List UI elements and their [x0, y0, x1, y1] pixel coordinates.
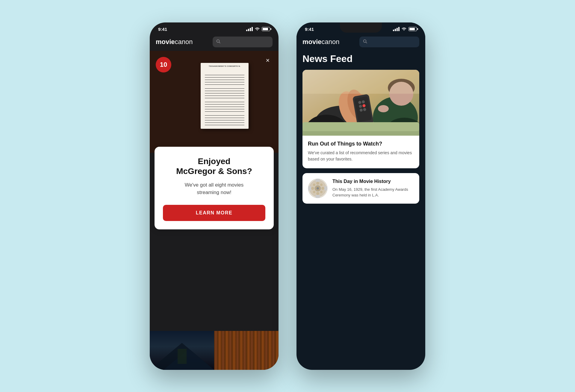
svg-point-41: [320, 184, 323, 186]
svg-point-39: [311, 187, 314, 190]
status-icons-2: [393, 27, 417, 31]
search-bar-2[interactable]: [359, 37, 419, 47]
svg-point-36: [317, 187, 319, 190]
app-logo-1: moviecanon: [156, 38, 193, 46]
svg-rect-28: [302, 70, 419, 94]
signal-icon-2: [393, 27, 400, 31]
phone-1: 9:41 moviecanon: [150, 22, 279, 370]
news-card-small[interactable]: This Day in Movie History On May 16, 192…: [302, 173, 419, 204]
status-time-2: 9:41: [305, 27, 314, 32]
badge-count: 10: [160, 61, 167, 69]
search-bar-1[interactable]: [213, 37, 273, 47]
logo-light-2: canon: [322, 38, 340, 46]
thumbnail-row: [150, 331, 279, 370]
svg-point-42: [313, 191, 315, 193]
svg-rect-32: [324, 186, 327, 190]
svg-point-23: [378, 105, 389, 112]
news-feed-content: News Feed: [296, 51, 425, 204]
wifi-icon-2: [401, 27, 407, 31]
svg-point-38: [316, 192, 319, 195]
logo-light-1: canon: [175, 38, 193, 46]
thumb-curtain: [214, 331, 279, 370]
news-card-1-text: Run Out of Things to Watch? We've curate…: [302, 136, 419, 168]
app-header-1: moviecanon: [150, 34, 279, 51]
thumb-mountain: [150, 331, 214, 370]
learn-more-button[interactable]: LEARN MORE: [163, 205, 265, 221]
app-header-2: moviecanon: [296, 34, 425, 51]
logo-bold-2: movie: [302, 38, 322, 46]
close-button[interactable]: ×: [263, 56, 273, 65]
svg-rect-27: [302, 122, 419, 131]
svg-point-44: [320, 191, 323, 193]
svg-rect-33: [316, 179, 320, 182]
news-card-2-text: This Day in Movie History On May 16, 192…: [332, 178, 414, 198]
app-logo-2: moviecanon: [302, 38, 340, 46]
svg-rect-34: [316, 195, 320, 198]
svg-line-5: [366, 42, 367, 43]
film-reel-icon: [307, 178, 328, 199]
modal-title: EnjoyedMcGregor & Sons?: [163, 156, 265, 176]
battery-icon-2: [408, 27, 417, 31]
news-card-1-body: We've curated a list of recommended seri…: [308, 150, 414, 162]
signal-icon-1: [246, 27, 253, 31]
news-card-1-title: Run Out of Things to Watch?: [308, 140, 414, 147]
news-card-2-body: On May 16, 1929, the first Academy Award…: [332, 187, 414, 198]
svg-point-37: [316, 182, 319, 185]
modal-card: EnjoyedMcGregor & Sons? We've got all ei…: [155, 147, 274, 229]
svg-point-40: [321, 187, 324, 190]
status-time-1: 9:41: [158, 27, 167, 32]
news-feed-title: News Feed: [302, 51, 419, 70]
svg-line-1: [219, 42, 220, 43]
logo-bold-1: movie: [156, 38, 175, 46]
hero-image-1: TSCHAIKOWSKY'S CONCERTO N.: [150, 51, 279, 153]
news-card-2-title: This Day in Movie History: [332, 178, 414, 185]
phone-2: 9:41 moviecanon: [296, 22, 425, 370]
svg-point-43: [313, 184, 315, 186]
status-icons-1: [246, 27, 270, 31]
search-icon-2: [363, 39, 367, 44]
news-card-image: [302, 70, 419, 136]
sheet-music-prop: TSCHAIKOWSKY'S CONCERTO N.: [201, 63, 249, 129]
svg-rect-31: [308, 186, 311, 190]
notification-badge: 10: [156, 57, 171, 72]
status-bar-2: 9:41: [296, 22, 425, 34]
status-bar-1: 9:41: [150, 22, 279, 34]
search-icon-1: [216, 39, 220, 44]
battery-icon-1: [262, 27, 270, 31]
wifi-icon-1: [255, 27, 260, 31]
news-card-large[interactable]: Run Out of Things to Watch? We've curate…: [302, 70, 419, 168]
modal-subtitle: We've got all eight moviesstreaming now!: [163, 181, 265, 196]
